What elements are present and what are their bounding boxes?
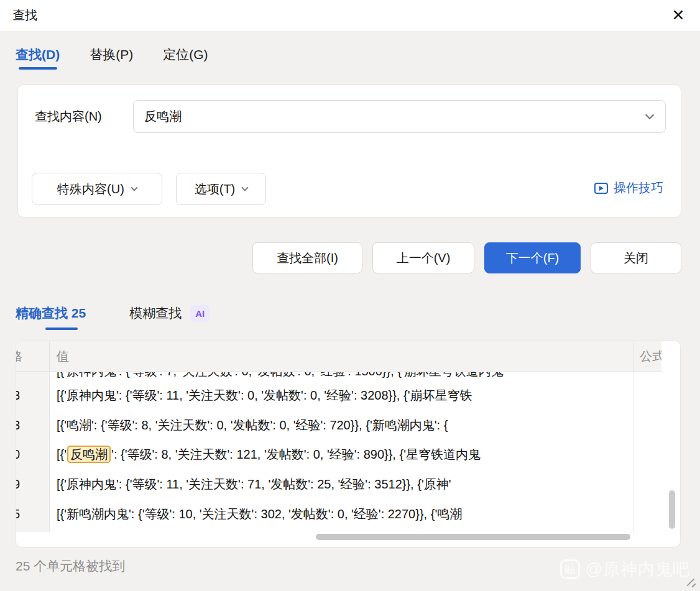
video-play-icon xyxy=(594,183,608,194)
ai-badge: AI xyxy=(190,305,210,322)
row-cell-ref: 3 xyxy=(16,381,20,410)
resize-grip[interactable] xyxy=(685,576,698,589)
table-header xyxy=(16,341,661,372)
match-highlight: 反鸣潮 xyxy=(67,446,111,463)
options-dropdown[interactable]: 选项(T) xyxy=(176,173,266,205)
result-tabs: 精确查找 25 模糊查找 AI xyxy=(16,305,210,322)
tab-exact-find[interactable]: 精确查找 25 xyxy=(16,305,86,322)
find-what-value: 反鸣潮 xyxy=(144,101,182,132)
watermark-text: @原神内鬼吧 xyxy=(586,558,690,580)
row-value: [{'原神内鬼': {'等级': 11, '关注天数': 0, '发帖数': 0… xyxy=(57,381,472,410)
row-cell-ref: 0 xyxy=(16,440,20,469)
search-card: 查找内容(N) 反鸣潮 特殊内容(U) 选项(T) 操作技巧 xyxy=(17,85,681,218)
tab-replace[interactable]: 替换(P) xyxy=(90,46,133,63)
chevron-down-icon[interactable] xyxy=(645,111,654,119)
status-text: 25 个单元格被找到 xyxy=(16,557,125,575)
row-value: [{'原神内鬼': {'等级': 11, '关注天数': 71, '发帖数': … xyxy=(57,470,451,499)
find-dialog: { "dialog": { "title": "查找", "close_glyp… xyxy=(0,0,700,591)
tab-find[interactable]: 查找(D) xyxy=(16,46,60,63)
chevron-down-icon xyxy=(242,184,249,191)
header-value: 值 xyxy=(57,348,69,365)
table-row[interactable]: 5 [{'新鸣潮内鬼': {'等级': 10, '关注天数': 302, '发帖… xyxy=(16,500,680,529)
options-label: 选项(T) xyxy=(195,181,236,198)
action-buttons: 查找全部(I) 上一个(V) 下一个(F) 关闭 xyxy=(252,242,681,273)
results-table: 格 值 公式 [{'原神内鬼': {'等级': 7, '关注天数': 0, '发… xyxy=(16,341,681,547)
row-value: [{'反鸣潮': {'等级': 8, '关注天数': 121, '发帖数': 0… xyxy=(57,440,481,469)
horizontal-scrollbar-thumb[interactable] xyxy=(316,534,630,540)
table-row-clipped[interactable]: [{'原神内鬼': {'等级': 7, '关注天数': 0, '发帖数': 0,… xyxy=(16,372,680,378)
special-content-dropdown[interactable]: 特殊内容(U) xyxy=(32,173,162,205)
find-what-label: 查找内容(N) xyxy=(35,108,102,125)
row-cell-ref: 5 xyxy=(16,500,20,529)
tieba-icon: 贴 xyxy=(560,559,580,579)
row-cell-ref: 3 xyxy=(16,411,20,440)
table-row-current-match[interactable]: 0 [{'反鸣潮': {'等级': 8, '关注天数': 121, '发帖数':… xyxy=(16,440,680,469)
find-all-button[interactable]: 查找全部(I) xyxy=(252,242,362,273)
header-formula: 公式 xyxy=(640,348,665,365)
tips-label: 操作技巧 xyxy=(614,180,663,196)
next-button[interactable]: 下一个(F) xyxy=(484,242,581,273)
find-what-input[interactable]: 反鸣潮 xyxy=(133,100,666,133)
chevron-down-icon xyxy=(131,184,137,191)
row-value: [{'新鸣潮内鬼': {'等级': 10, '关注天数': 302, '发帖数'… xyxy=(57,500,462,529)
dialog-tabs: 查找(D) 替换(P) 定位(G) xyxy=(16,46,208,63)
exact-find-count: 25 xyxy=(71,306,86,320)
special-content-label: 特殊内容(U) xyxy=(57,181,124,198)
tips-link[interactable]: 操作技巧 xyxy=(594,180,663,196)
header-cell-clipped: 格 xyxy=(16,348,22,365)
table-row[interactable]: 3 [{'原神内鬼': {'等级': 11, '关注天数': 0, '发帖数':… xyxy=(16,381,680,410)
active-result-tab-underline xyxy=(45,328,78,330)
tab-fuzzy-find[interactable]: 模糊查找 xyxy=(129,305,182,322)
row-cell-ref: 9 xyxy=(16,470,20,499)
tab-goto[interactable]: 定位(G) xyxy=(163,46,208,63)
close-icon[interactable]: ✕ xyxy=(669,6,688,24)
table-row[interactable]: 9 [{'原神内鬼': {'等级': 11, '关注天数': 71, '发帖数'… xyxy=(16,470,680,499)
table-row[interactable]: 3 [{'鸣潮': {'等级': 8, '关注天数': 0, '发帖数': 0,… xyxy=(16,411,680,440)
row-value: [{'鸣潮': {'等级': 8, '关注天数': 0, '发帖数': 0, '… xyxy=(57,411,448,440)
watermark: 贴 @原神内鬼吧 xyxy=(560,558,690,580)
close-button[interactable]: 关闭 xyxy=(591,242,681,273)
dialog-body: 查找(D) 替换(P) 定位(G) 查找内容(N) 反鸣潮 特殊内容(U) 选项… xyxy=(0,31,700,591)
previous-button[interactable]: 上一个(V) xyxy=(372,242,474,273)
scrollbar-gutter xyxy=(661,341,681,372)
dialog-title: 查找 xyxy=(12,7,37,24)
vertical-scrollbar-thumb[interactable] xyxy=(669,490,675,529)
active-tab-underline xyxy=(19,67,57,70)
